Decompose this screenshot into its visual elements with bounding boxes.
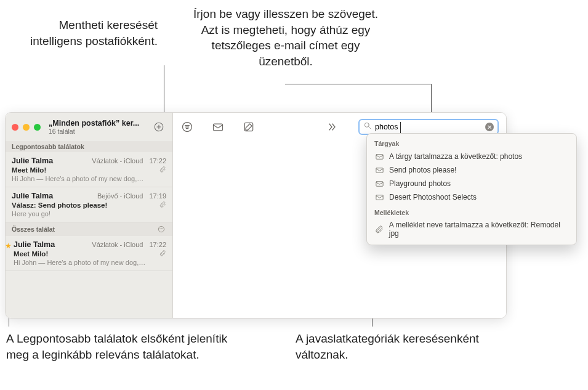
section-all-results-label: Összes találat <box>12 225 55 233</box>
envelope-icon[interactable] <box>211 120 225 134</box>
close-window-button[interactable] <box>12 124 18 131</box>
paperclip-icon <box>159 250 166 258</box>
save-search-button[interactable] <box>151 120 166 134</box>
message-preview: Hi John — Here's a photo of my new dog,… <box>14 259 166 266</box>
envelope-icon <box>374 192 384 202</box>
compose-icon[interactable] <box>242 120 256 134</box>
message-subject: Meet Milo! <box>12 166 156 174</box>
window-subtitle: 16 találat <box>49 128 147 135</box>
svg-line-11 <box>369 127 371 129</box>
section-top-hits-label: Legpontosabb találatok <box>12 143 84 150</box>
message-time: 17:19 <box>149 192 166 200</box>
section-all-results: Összes találat <box>6 222 172 236</box>
traffic-lights <box>12 124 41 131</box>
message-subject: Válasz: Send photos please! <box>12 201 156 209</box>
text-cursor <box>400 122 401 133</box>
suggestion-item[interactable]: A tárgy tartalmazza a következőt: photos <box>367 150 576 163</box>
callout-line <box>285 84 431 84</box>
message-preview: Hi John — Here's a photo of my new dog,… <box>12 175 166 182</box>
flag-star-icon: ★ <box>5 242 12 250</box>
envelope-icon <box>374 152 384 161</box>
message-mailbox: Vázlatok - iCloud <box>92 241 143 248</box>
svg-rect-13 <box>376 168 382 173</box>
search-suggestions: Tárgyak A tárgy tartalmazza a következőt… <box>366 133 577 245</box>
message-time: 17:22 <box>149 157 166 165</box>
filter-circle-icon[interactable] <box>180 120 194 134</box>
envelope-icon <box>374 165 384 175</box>
callout-type-paste: Írjon be vagy illesszen be szöveget. Azt… <box>193 6 378 70</box>
suggestion-item[interactable]: Playground photos <box>367 177 576 190</box>
callout-save-search: Mentheti keresését intelligens postafiók… <box>4 17 158 49</box>
callout-line <box>431 84 432 116</box>
message-from: Julie Talma <box>12 192 53 200</box>
callout-line <box>164 65 164 112</box>
message-from: Julie Talma <box>14 240 55 249</box>
callout-top-hits: A Legpontosabb találatok elsőként jelení… <box>6 331 228 362</box>
message-mailbox: Vázlatok - iCloud <box>92 157 143 165</box>
message-item[interactable]: Julie Talma Bejövő - iCloud 17:19 Válasz… <box>6 187 172 222</box>
section-top-hits: Legpontosabb találatok <box>6 141 172 152</box>
clear-search-icon[interactable]: ✕ <box>485 123 494 131</box>
suggestion-text: Playground photos <box>389 179 451 188</box>
callout-suggestion-cats: A javaslatkategóriák keresésenként válto… <box>296 331 493 362</box>
paperclip-icon <box>374 224 384 234</box>
envelope-icon <box>374 179 384 189</box>
suggestion-item[interactable]: Send photos please! <box>367 163 576 177</box>
message-mailbox: Bejövő - iCloud <box>97 192 143 200</box>
search-input[interactable] <box>375 123 482 131</box>
overflow-icon[interactable] <box>325 120 339 134</box>
message-list-sidebar: „Minden postafiók” ker... 16 találat Leg… <box>6 113 173 318</box>
suggestions-subjects-header: Tárgyak <box>367 137 576 150</box>
paperclip-icon <box>159 201 166 209</box>
message-item[interactable]: Julie Talma Vázlatok - iCloud 17:22 Meet… <box>6 152 172 187</box>
minimize-window-button[interactable] <box>23 124 30 131</box>
message-preview: Here you go! <box>12 210 166 217</box>
svg-rect-8 <box>214 124 223 131</box>
suggestion-text: A tárgy tartalmazza a következőt: photos <box>389 152 522 161</box>
svg-point-10 <box>364 123 369 127</box>
suggestion-text: A melléklet neve tartalmazza a következő… <box>389 221 569 238</box>
window-title-text: „Minden postafiók” ker... <box>49 119 147 128</box>
search-icon <box>363 121 372 132</box>
svg-rect-14 <box>376 181 382 186</box>
message-from: Julie Talma <box>12 156 53 165</box>
svg-point-3 <box>158 226 164 232</box>
filter-icon[interactable] <box>156 224 166 234</box>
message-time: 17:22 <box>149 241 166 248</box>
suggestion-text: Desert Photoshoot Selects <box>389 193 477 201</box>
window-title: „Minden postafiók” ker... 16 találat <box>49 119 147 135</box>
titlebar: „Minden postafiók” ker... 16 találat <box>6 113 172 141</box>
message-item[interactable]: ★ Julie Talma Vázlatok - iCloud 17:22 Me… <box>6 236 172 271</box>
svg-rect-12 <box>376 154 382 159</box>
suggestions-attachments-header: Mellékletek <box>367 206 576 219</box>
suggestion-item[interactable]: A melléklet neve tartalmazza a következő… <box>367 219 576 240</box>
zoom-window-button[interactable] <box>34 124 41 131</box>
paperclip-icon <box>159 166 166 174</box>
suggestion-item[interactable]: Desert Photoshoot Selects <box>367 190 576 204</box>
suggestion-text: Send photos please! <box>389 166 456 174</box>
message-subject: Meet Milo! <box>14 250 156 258</box>
svg-rect-15 <box>376 195 382 200</box>
